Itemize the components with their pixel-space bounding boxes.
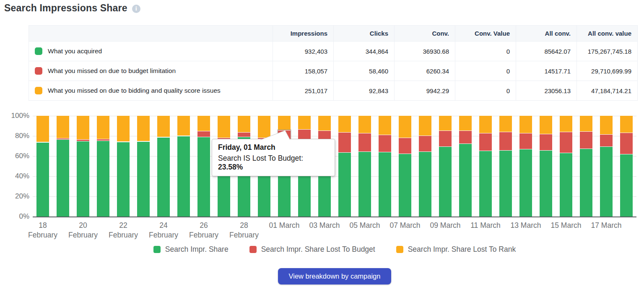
segment-lost-to-rank[interactable] [600,116,613,134]
segment-lost-to-rank[interactable] [620,116,633,133]
stacked-bar [419,116,431,217]
segment-impression-share[interactable] [177,136,190,217]
bar-slot [53,116,73,217]
segment-impression-share[interactable] [137,141,150,217]
segment-impression-share[interactable] [77,141,89,217]
segment-lost-to-rank[interactable] [379,116,391,135]
segment-lost-to-budget[interactable] [238,132,250,137]
segment-impression-share[interactable] [560,153,572,217]
y-axis-tick: 100% [11,112,29,120]
segment-impression-share[interactable] [399,154,411,217]
segment-lost-to-budget[interactable] [439,130,452,147]
segment-impression-share[interactable] [580,149,592,217]
plot-area: 18February20February22February24February… [33,116,636,217]
bar-slot [455,116,475,217]
segment-impression-share[interactable] [379,152,391,217]
segment-impression-share[interactable] [57,139,69,217]
segment-lost-to-budget[interactable] [519,133,532,149]
segment-lost-to-budget[interactable] [399,138,411,154]
segment-impression-share[interactable] [338,152,351,217]
segment-lost-to-budget[interactable] [499,132,512,150]
segment-lost-to-rank[interactable] [36,116,49,142]
info-icon[interactable]: i [132,5,140,13]
segment-impression-share[interactable] [540,150,552,217]
bar-slot [93,116,113,217]
series-color-swatch-icon [35,67,42,75]
segment-lost-to-budget[interactable] [540,134,552,150]
metric-value-cell: 47,184,714.21 [577,81,638,101]
segment-impression-share[interactable] [439,146,452,217]
view-breakdown-button[interactable]: View breakdown by campaign [278,268,392,284]
segment-lost-to-budget[interactable] [560,132,572,153]
legend-label: Search Impr. Share Lost To Rank [408,245,516,254]
segment-impression-share[interactable] [358,151,371,217]
segment-lost-to-rank[interactable] [479,116,492,133]
metric-value-cell: 9942.29 [395,81,455,101]
segment-lost-to-rank[interactable] [358,116,371,133]
metric-value-cell: 0 [455,42,516,61]
segment-lost-to-rank[interactable] [197,116,210,131]
metric-value-cell: 92,843 [334,81,395,101]
segment-lost-to-budget[interactable] [379,135,391,152]
stacked-bar [177,116,190,217]
column-header: Clicks [334,26,395,42]
segment-lost-to-rank[interactable] [238,116,250,132]
segment-lost-to-rank[interactable] [77,116,89,139]
segment-impression-share[interactable] [97,141,109,217]
row-label-cell: What you missed on due to budget limitat… [29,61,273,81]
segment-impression-share[interactable] [157,137,170,217]
segment-lost-to-rank[interactable] [419,116,431,136]
segment-lost-to-rank[interactable] [218,116,230,138]
row-label-wrap: What you acquired [35,47,267,55]
x-axis-label: 03 March [309,221,340,230]
segment-impression-share[interactable] [499,150,512,217]
segment-lost-to-rank[interactable] [278,116,291,130]
segment-lost-to-rank[interactable] [580,116,592,131]
segment-lost-to-budget[interactable] [459,130,472,144]
stacked-bar [77,116,89,217]
column-header: All conv. [516,26,577,42]
segment-impression-share[interactable] [459,144,472,217]
segment-impression-share[interactable] [519,149,532,217]
segment-lost-to-rank[interactable] [338,116,351,132]
metric-value-cell: 175,267,745.18 [577,42,638,61]
segment-lost-to-rank[interactable] [399,116,411,138]
segment-lost-to-budget[interactable] [479,133,492,151]
segment-lost-to-budget[interactable] [358,133,371,151]
segment-lost-to-rank[interactable] [540,116,552,134]
segment-lost-to-budget[interactable] [580,131,592,149]
segment-lost-to-rank[interactable] [439,116,452,130]
segment-impression-share[interactable] [479,151,492,217]
segment-lost-to-rank[interactable] [519,116,532,133]
button-row: View breakdown by campaign [33,268,636,284]
x-axis-label: 26February [189,221,218,240]
segment-lost-to-rank[interactable] [57,116,69,138]
segment-impression-share[interactable] [36,142,49,217]
segment-lost-to-rank[interactable] [499,116,512,132]
segment-lost-to-budget[interactable] [338,132,351,152]
metric-value-cell: 14517.71 [516,61,577,81]
bar-slot: 17 March [596,116,616,217]
segment-impression-share[interactable] [600,146,613,217]
segment-impression-share[interactable] [117,142,130,217]
segment-lost-to-rank[interactable] [97,116,109,139]
legend-swatch-icon [249,246,257,253]
bar-slot [536,116,556,217]
segment-lost-to-rank[interactable] [318,116,331,130]
segment-lost-to-rank[interactable] [117,116,130,141]
segment-lost-to-rank[interactable] [177,116,190,136]
segment-lost-to-budget[interactable] [620,133,633,154]
bar-slot: 26February [194,116,214,217]
segment-lost-to-rank[interactable] [137,116,150,141]
stacked-bar [358,116,371,217]
segment-lost-to-rank[interactable] [560,116,572,132]
segment-impression-share[interactable] [620,154,633,217]
segment-lost-to-budget[interactable] [419,136,431,151]
segment-impression-share[interactable] [197,137,210,217]
segment-lost-to-rank[interactable] [298,116,311,129]
segment-lost-to-budget[interactable] [600,134,613,146]
segment-impression-share[interactable] [419,151,431,217]
segment-lost-to-rank[interactable] [459,116,472,130]
segment-lost-to-rank[interactable] [157,116,170,137]
segment-lost-to-budget[interactable] [197,131,210,137]
